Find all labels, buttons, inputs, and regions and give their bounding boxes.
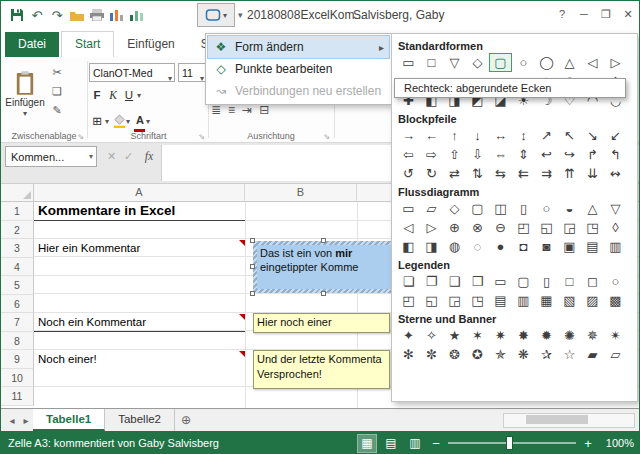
shape-item[interactable]: ▩ [604,291,627,310]
cut-button[interactable]: ✂ [49,64,65,80]
shape-item[interactable]: ● [489,237,512,256]
shape-item[interactable]: ▭ [397,199,420,218]
save-button[interactable] [7,6,27,24]
shape-item[interactable]: ↘ [581,126,604,145]
chart-icon[interactable] [107,6,127,24]
zoom-level[interactable]: 100% [600,437,634,449]
shape-item[interactable]: ❏ [397,272,420,291]
align-center-button[interactable]: ≡ [228,103,235,117]
row-header[interactable]: 9 [1,350,34,369]
shape-item[interactable]: ◻ [581,272,604,291]
resize-handle[interactable] [321,291,326,296]
shape-item[interactable]: ▧ [558,291,581,310]
shape-item[interactable]: ▰ [581,345,604,364]
shape-item[interactable]: ❑ [443,272,466,291]
indent-button[interactable]: ⇥ [242,103,252,117]
resize-handle[interactable] [321,238,326,243]
shape-item[interactable]: ⇔ [489,145,512,164]
format-painter-button[interactable]: ✎ [49,102,65,118]
sheet-tab-tabelle2[interactable]: Tabelle2 [105,409,175,431]
shape-item[interactable]: ↔ [489,126,512,145]
shape-item[interactable]: ◫ [489,199,512,218]
horizontal-scrollbar[interactable] [503,413,635,428]
shape-item[interactable]: ○ [535,199,558,218]
dialog-launcher-icon[interactable]: ⇘ [198,132,205,141]
folder-icon[interactable] [67,6,87,24]
view-page-break-button[interactable]: ▥ [406,435,424,452]
row-header[interactable]: 2 [1,221,34,240]
row-header[interactable]: 7 [1,313,34,332]
new-sheet-button[interactable]: ⊕ [181,413,191,427]
help-button[interactable]: ? [551,2,573,27]
shape-item[interactable]: ❐ [420,272,443,291]
shape-item[interactable]: ✧ [420,326,443,345]
shape-item[interactable]: ◒ [558,199,581,218]
shape-item[interactable]: ⊗ [466,218,489,237]
print-icon[interactable] [87,6,107,24]
menu-item-punkte-bearbeiten[interactable]: ◇ Punkte bearbeiten [208,58,389,80]
zoom-slider-thumb[interactable] [506,436,513,450]
sheet-nav-right-button[interactable]: ▸ [19,415,33,426]
shape-item[interactable]: ⊕ [443,218,466,237]
shape-item[interactable]: ▢ [489,53,512,72]
shape-item[interactable]: ⇦ [397,145,420,164]
tab-einfuegen[interactable]: Einfügen [114,32,187,57]
shape-item[interactable]: ▥ [512,291,535,310]
shape-item[interactable]: ▽ [604,199,627,218]
shape-item[interactable]: ⇅ [466,164,489,183]
shape-item[interactable]: ◁ [581,53,604,72]
close-button[interactable]: ✕ [617,2,639,27]
shape-item[interactable]: ▥ [604,237,627,256]
redo-button[interactable]: ↷ [47,6,67,24]
align-left-button[interactable]: ≣ [211,103,221,117]
shape-item[interactable]: ◙ [535,237,558,256]
sheet-nav-left-button[interactable]: ◂ [5,415,19,426]
shape-item[interactable]: ▱ [604,345,627,364]
shape-item[interactable]: ⇨ [420,145,443,164]
change-shape-qat-button[interactable]: ▾ [197,3,235,27]
cell-a7[interactable]: Noch ein Kommentar [38,313,146,331]
shape-item[interactable]: ↙ [604,126,627,145]
shape-item[interactable]: ⇇ [512,164,535,183]
comment-box-2[interactable]: Hier noch einer [253,313,390,333]
shape-item[interactable]: ★ [443,326,466,345]
shape-item[interactable]: ↪ [558,145,581,164]
shape-item[interactable]: ▣ [558,237,581,256]
paste-button[interactable]: Einfügen ▾ [5,61,45,127]
italic-button[interactable]: K [105,87,121,104]
dialog-launcher-icon[interactable]: ⇘ [323,132,330,141]
insert-function-button[interactable]: fx [139,146,159,167]
shape-item[interactable]: ◨ [420,237,443,256]
resize-handle[interactable] [250,291,255,296]
cell-a1[interactable]: Kommentare in Excel [38,202,175,220]
shape-item[interactable]: ✹ [535,326,558,345]
shape-item[interactable]: ↑ [443,126,466,145]
copy-button[interactable]: ❏ [49,83,65,99]
select-all-corner[interactable] [1,184,34,202]
font-color-button[interactable]: A ▾ [134,110,150,132]
shape-item[interactable]: ◱ [420,291,443,310]
selected-comment-box[interactable]: Das ist ein von mir eingetippter Komme [253,241,395,293]
menu-item-form-aendern[interactable]: ❖ Form ändern ▸ [208,36,389,58]
font-name-combo[interactable]: ClanOT-Med ▾ [89,63,175,82]
shape-item[interactable]: ◳ [581,218,604,237]
shape-item[interactable]: ▽ [443,53,466,72]
sheet-tab-tabelle1[interactable]: Tabelle1 [33,409,105,431]
shape-item[interactable]: ❒ [466,272,489,291]
comment-box-3[interactable]: Und der letzte Kommenta Versprochen! [253,350,390,389]
shape-item[interactable]: □ [420,53,443,72]
signed-in-user[interactable]: Salvisberg, Gaby [353,1,444,29]
shape-item[interactable]: → [397,126,420,145]
shape-item[interactable]: ▭ [397,53,420,72]
shape-item[interactable]: ✷ [489,326,512,345]
fill-color-button[interactable]: ▾ [113,114,130,128]
shape-item[interactable]: ✦ [397,326,420,345]
restore-button[interactable]: ❐ [595,2,617,27]
shape-item[interactable]: ▷ [420,218,443,237]
shape-item[interactable]: ⇄ [443,164,466,183]
shape-item[interactable]: ↺ [397,164,420,183]
column-header-a[interactable]: A [34,184,245,202]
resize-handle[interactable] [250,264,255,269]
underline-button[interactable]: U [121,87,137,104]
shape-item[interactable]: ▯ [512,199,535,218]
